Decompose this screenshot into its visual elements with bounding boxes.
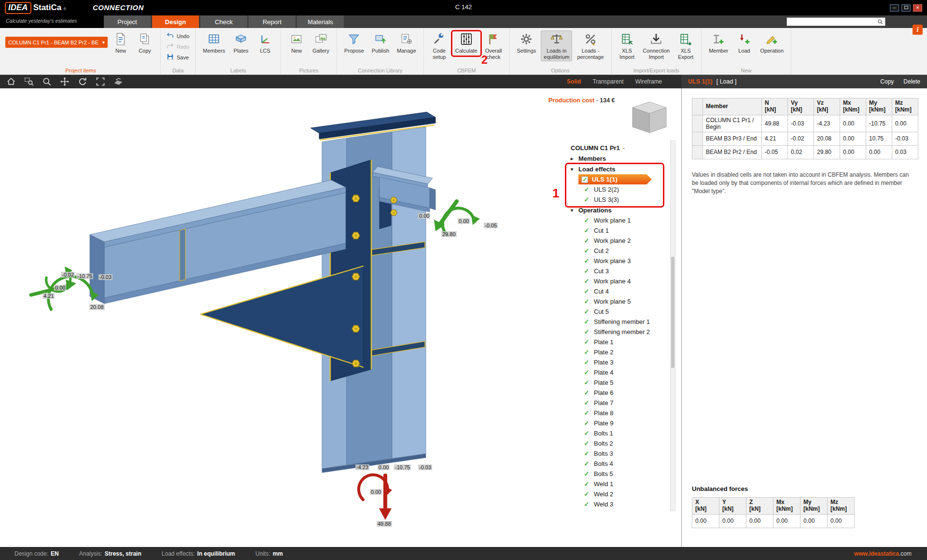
new-picture-button[interactable]: New	[285, 30, 308, 56]
copy-load-button[interactable]: Copy	[880, 78, 894, 85]
force-value-cell[interactable]: 20.08	[814, 132, 840, 145]
copy-project-item-button[interactable]: Copy	[134, 30, 156, 56]
zoom-icon[interactable]	[42, 76, 52, 87]
clip-plane-icon[interactable]	[113, 76, 124, 87]
row-selector-cell[interactable]	[692, 132, 703, 145]
tree-item-plate-8[interactable]: ✓Plate 8	[569, 408, 669, 418]
loads-percentage-button[interactable]: Loads - percentage	[574, 30, 606, 61]
tree-item-plate-6[interactable]: ✓Plate 6	[569, 388, 669, 398]
scrollbar-thumb[interactable]	[671, 257, 674, 368]
tree-item-bolts-1[interactable]: ✓Bolts 1	[569, 428, 669, 438]
tree-item-bolts-2[interactable]: ✓Bolts 2	[569, 438, 669, 448]
tree-item-weld-2[interactable]: ✓Weld 2	[569, 489, 669, 499]
tree-item-plate-4[interactable]: ✓Plate 4	[569, 367, 669, 378]
settings-button[interactable]: Settings	[514, 30, 539, 56]
force-value-cell[interactable]: -0.03	[892, 132, 918, 145]
table-row[interactable]: COLUMN C1 Pr1 / Begin49.88-0.03-4.230.00…	[692, 115, 918, 132]
tree-item-cut-5[interactable]: ✓Cut 5	[569, 307, 669, 317]
force-value-cell[interactable]: -10.75	[866, 115, 892, 132]
tree-item-plate-9[interactable]: ✓Plate 9	[569, 418, 669, 428]
project-item-dropdown[interactable]: COLUMN C1 Pr1 - BEAM B2 Pr2 - BE ▾	[5, 37, 108, 48]
tree-item-work-plane-2[interactable]: ✓Work plane 2	[569, 236, 669, 246]
code-setup-button[interactable]: Code setup	[428, 30, 450, 61]
tree-item-cut-2[interactable]: ✓Cut 2	[569, 246, 669, 256]
delete-load-button[interactable]: Delete	[903, 78, 920, 85]
tree-item-bolts-5[interactable]: ✓Bolts 5	[569, 469, 669, 479]
force-value-cell[interactable]: 0.00	[892, 115, 918, 132]
close-button[interactable]: ✕	[913, 4, 922, 12]
tree-item-cut-4[interactable]: ✓Cut 4	[569, 286, 669, 296]
force-value-cell[interactable]: 29.80	[814, 145, 840, 159]
plates-labels-button[interactable]: Plates	[230, 30, 252, 56]
search-icon[interactable]	[875, 19, 885, 25]
xls-export-button[interactable]: XLS Export	[674, 30, 697, 61]
force-value-cell[interactable]: 0.02	[788, 145, 814, 159]
haunch-plate[interactable]	[200, 266, 364, 367]
tree-item-plate-5[interactable]: ✓Plate 5	[569, 378, 669, 388]
tab-materials[interactable]: Materials	[297, 15, 344, 28]
loads-in-equilibrium-button[interactable]: Loads in equilibrium	[541, 30, 572, 61]
calculate-button[interactable]: Calculate 2	[452, 30, 480, 56]
tab-report[interactable]: Report	[249, 15, 295, 28]
zoom-fit-icon[interactable]	[95, 76, 106, 87]
website-link[interactable]: www.ideastatica.com	[854, 550, 913, 557]
search-input[interactable]	[787, 18, 875, 25]
render-mode-transparent[interactable]: Transparent	[592, 78, 623, 85]
tree-item-plate-1[interactable]: ✓Plate 1	[569, 337, 669, 347]
tab-project[interactable]: Project	[104, 15, 151, 28]
xls-import-button[interactable]: XLS Import	[616, 30, 638, 61]
chevron-right-icon[interactable]: ▸	[571, 156, 576, 161]
render-mode-solid[interactable]: Solid	[567, 78, 581, 85]
3d-viewport[interactable]: Production cost - 134 € -0.02-10.75-0.03…	[0, 88, 681, 547]
new-operation-button[interactable]: Operation	[758, 30, 787, 56]
tree-item-stiffening-member-1[interactable]: ✓Stiffening member 1	[569, 317, 669, 327]
view-cube[interactable]	[632, 102, 666, 133]
chevron-down-icon[interactable]: ▾	[571, 208, 576, 213]
undo-button[interactable]: Undo	[165, 31, 191, 41]
force-value-cell[interactable]: 0.00	[840, 115, 866, 132]
tree-item-uls-2-2[interactable]: ✓ULS 2(2)	[569, 184, 669, 195]
table-row[interactable]: BEAM B3 Pr3 / End4.21-0.0220.080.0010.75…	[692, 132, 918, 145]
force-value-cell[interactable]: 49.88	[762, 115, 788, 132]
rotate-view-icon[interactable]	[77, 76, 88, 87]
tree-item-plate-7[interactable]: ✓Plate 7	[569, 398, 669, 408]
tree-root-column[interactable]: COLUMN C1 Pr1 -	[569, 142, 669, 153]
tree-item-uls-3-3[interactable]: ✓ULS 3(3)	[569, 195, 669, 205]
tree-item-bolts-4[interactable]: ✓Bolts 4	[569, 459, 669, 469]
new-load-button[interactable]: Load	[733, 30, 756, 56]
gallery-button[interactable]: Gallery	[309, 30, 332, 56]
save-button[interactable]: Save	[165, 53, 190, 62]
tree-section-members[interactable]: ▸ Members	[569, 153, 669, 164]
tab-design[interactable]: Design	[152, 15, 199, 28]
tree-item-work-plane-4[interactable]: ✓Work plane 4	[569, 276, 669, 286]
tree-scrollbar[interactable]	[670, 140, 675, 511]
render-mode-wireframe[interactable]: Wireframe	[635, 78, 662, 85]
tree-item-plate-2[interactable]: ✓Plate 2	[569, 347, 669, 357]
force-value-cell[interactable]: 0.03	[892, 145, 918, 159]
tree-item-plate-3[interactable]: ✓Plate 3	[569, 357, 669, 367]
members-labels-button[interactable]: Members	[200, 30, 228, 56]
row-selector-cell[interactable]	[692, 115, 703, 132]
home-view-icon[interactable]	[6, 76, 16, 87]
pan-icon[interactable]	[59, 76, 70, 87]
zoom-window-icon[interactable]	[24, 76, 34, 87]
tree-item-work-plane-3[interactable]: ✓Work plane 3	[569, 256, 669, 266]
force-value-cell[interactable]: 0.00	[840, 132, 866, 145]
propose-button[interactable]: Propose	[341, 30, 367, 56]
tree-section-operations[interactable]: ▾ Operations	[569, 205, 669, 215]
publish-button[interactable]: Publish	[369, 30, 392, 56]
force-value-cell[interactable]: -0.03	[788, 115, 814, 132]
tree-item-weld-3[interactable]: ✓Weld 3	[569, 499, 669, 509]
lcs-button[interactable]: LCS	[254, 30, 276, 56]
maximize-button[interactable]	[901, 4, 911, 12]
tree-item-work-plane-5[interactable]: ✓Work plane 5	[569, 296, 669, 307]
force-value-cell[interactable]: 4.21	[762, 132, 788, 145]
tab-check[interactable]: Check	[200, 15, 247, 28]
force-value-cell[interactable]: 10.75	[866, 132, 892, 145]
force-value-cell[interactable]: 0.00	[866, 145, 892, 159]
force-value-cell[interactable]: 0.00	[840, 145, 866, 159]
redo-button[interactable]: Redo	[165, 42, 191, 51]
chevron-down-icon[interactable]: ▾	[571, 167, 576, 172]
row-selector-cell[interactable]	[692, 145, 703, 159]
tree-section-load-effects[interactable]: ▾ Load effects	[569, 164, 669, 174]
